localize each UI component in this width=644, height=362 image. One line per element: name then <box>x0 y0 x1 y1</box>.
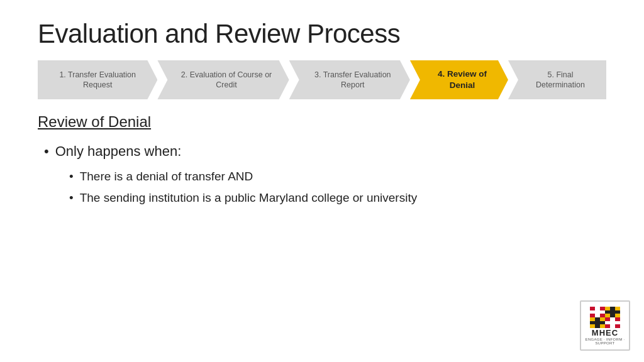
slide: Evaluation and Review Process 1. Transfe… <box>0 0 644 362</box>
step-4-active: 4. Review of Denial <box>410 60 508 99</box>
svg-rect-8 <box>590 321 605 324</box>
svg-rect-2 <box>590 310 605 314</box>
mhec-text: MHEC <box>592 328 618 337</box>
step-2: 2. Evaluation of Course or Credit <box>157 60 289 99</box>
page-title: Evaluation and Review Process <box>38 19 606 49</box>
sub-bullet-1: There is a denial of transfer AND <box>38 170 606 184</box>
section-title: Review of Denial <box>38 113 606 131</box>
mhec-subtext: ENGAGE · INFORM · SUPPORT <box>581 337 629 345</box>
step-3: 3. Transfer Evaluation Report <box>289 60 410 99</box>
process-flow: 1. Transfer Evaluation Request 2. Evalua… <box>38 60 606 99</box>
svg-rect-5 <box>605 310 620 314</box>
main-bullet: Only happens when: <box>38 143 606 160</box>
step-1: 1. Transfer Evaluation Request <box>38 60 157 99</box>
maryland-flag-icon <box>590 307 620 328</box>
sub-bullet-2: The sending institution is a public Mary… <box>38 191 606 205</box>
mhec-logo: MHEC ENGAGE · INFORM · SUPPORT <box>580 300 630 351</box>
step-5: 5. Final Determination <box>508 60 606 99</box>
svg-rect-11 <box>605 321 620 324</box>
